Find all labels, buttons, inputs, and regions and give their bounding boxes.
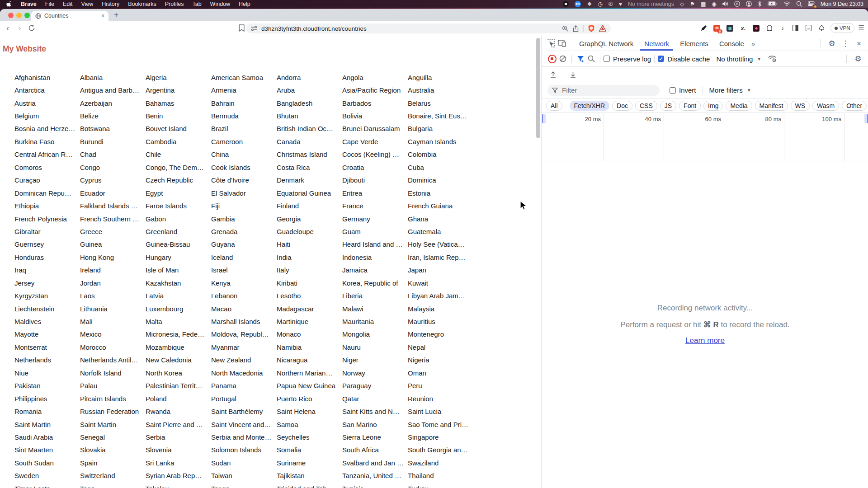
filter-chip-font[interactable]: Font [679,101,701,111]
x-extension-icon[interactable]: x. [739,23,748,33]
user-circle-icon[interactable] [746,1,752,7]
filter-chip-fetchxhr[interactable]: Fetch/XHR [570,101,609,111]
filter-chip-doc[interactable]: Doc [612,101,632,111]
wifi-icon[interactable] [783,1,790,7]
overview-handle-right[interactable] [864,114,868,123]
preserve-log-label[interactable]: Preserve log [613,55,651,63]
devtools-settings-gear-icon[interactable]: ⚙ [826,38,837,49]
throttling-dropdown[interactable]: No throttling ▼ [716,55,761,63]
play-circle-icon[interactable] [734,1,740,7]
zoom-app-icon[interactable]: zm [575,1,581,7]
inspect-element-icon[interactable] [546,38,557,49]
menubar-item-history[interactable]: History [102,1,119,7]
overview-handle-left[interactable] [542,114,546,123]
clear-network-log-icon[interactable] [557,53,568,64]
menubar-app-icon[interactable]: ❖ [587,1,592,7]
menubar-item-tab[interactable]: Tab [192,1,201,7]
filter-chip-img[interactable]: Img [703,101,723,111]
vpn-button[interactable]: VPN [830,23,854,33]
record-network-log-icon[interactable] [547,53,557,64]
window-minimize-button[interactable] [16,13,22,18]
diamond-app-icon[interactable]: ◇ [680,1,684,7]
devtools-tab-graphql-network[interactable]: GraphQL Network [575,36,637,51]
window-zoom-button[interactable] [24,13,30,18]
filter-chip-all[interactable]: All [546,101,562,111]
bookmark-sidebar-icon[interactable] [239,24,245,33]
device-toolbar-icon[interactable] [557,38,567,49]
filter-chip-wasm[interactable]: Wasm [812,101,839,111]
preserve-log-checkbox[interactable] [604,56,610,62]
menubar-item-brave[interactable]: Brave [21,1,37,7]
menubar-item-edit[interactable]: Edit [63,1,73,7]
menubar-item-file[interactable]: File [45,1,54,7]
bluetooth-icon[interactable] [758,1,762,7]
invert-checkbox[interactable] [670,87,676,94]
filter-chip-other[interactable]: Other [842,101,867,111]
devtools-tab-network[interactable]: Network [640,36,673,51]
devtools-tab-console[interactable]: Console [715,36,748,51]
menubar-item-window[interactable]: Window [210,1,230,7]
url-text[interactable]: d3hzn3tyfnt3th.cloudfront.net/countries [261,25,367,32]
forward-button[interactable]: › [18,23,21,33]
site-settings-tune-icon[interactable] [251,25,257,32]
battery-icon[interactable] [768,1,778,7]
meeting-status-text[interactable]: No more meetings [628,1,674,7]
devtools-close-icon[interactable]: × [854,38,864,49]
export-har-icon[interactable] [567,69,578,80]
devtools-kebab-menu-icon[interactable]: ⋮ [840,38,851,49]
disable-cache-checkbox[interactable]: ✓ [658,56,664,62]
session-extension-icon[interactable] [804,23,813,33]
filter-chip-css[interactable]: CSS [635,101,657,111]
phone-app-icon[interactable]: ✆ [609,1,613,7]
reload-button[interactable] [28,24,35,33]
menubar-clock[interactable]: Mon 9 Dec 23:03 [821,1,863,7]
brave-shield-icon[interactable] [588,25,594,32]
menubar-item-profiles[interactable]: Profiles [165,1,184,7]
window-close-button[interactable] [8,13,14,18]
back-button[interactable]: ‹ [6,23,9,33]
flag-app-icon[interactable]: ⚑ [690,1,695,7]
filter-chip-media[interactable]: Media [726,101,752,111]
url-bar[interactable]: d3hzn3tyfnt3th.cloudfront.net/countries [246,23,611,33]
devtools-tab-elements[interactable]: Elements [676,36,712,51]
clock-lock-icon[interactable]: ◷ [598,1,602,7]
disable-cache-label[interactable]: Disable cache [667,55,710,63]
more-tabs-icon[interactable]: » [751,40,755,47]
share-icon[interactable] [573,25,579,32]
tab-countries[interactable]: Countries × [31,11,108,21]
more-filters-dropdown[interactable]: More filters ▼ [709,86,751,94]
filter-input[interactable] [561,86,646,94]
page-scrollbar[interactable] [536,38,540,138]
music-extension-icon[interactable]: ♪ [778,23,787,33]
learn-more-link[interactable]: Learn more [685,336,725,345]
mail-extension-icon[interactable]: M 6 [712,23,722,33]
heart-icon[interactable]: ♥ [619,1,622,7]
display-grid-icon[interactable]: ▦ [701,1,706,7]
menubar-item-help[interactable]: Help [239,1,250,7]
spotlight-search-icon[interactable] [796,1,802,7]
record-circle-icon[interactable]: ◉ [712,1,716,7]
eyedropper-extension-icon[interactable] [699,23,708,33]
invert-label[interactable]: Invert [679,86,696,94]
search-network-icon[interactable] [586,53,597,64]
dark-extension-icon[interactable]: ◆ [752,23,761,33]
network-conditions-icon[interactable] [767,53,778,64]
new-tab-button[interactable]: + [114,10,118,19]
menubar-item-view[interactable]: View [81,1,93,7]
browser-menu-button[interactable]: ☰ [859,24,864,32]
reader-extension-icon[interactable] [791,23,800,33]
zoom-page-icon[interactable] [562,25,568,32]
filter-input-pill[interactable] [547,85,660,96]
spade-extension-icon[interactable] [817,23,826,33]
brave-rewards-icon[interactable] [599,25,606,32]
tab-close-icon[interactable]: × [101,13,104,19]
filter-chip-js[interactable]: JS [660,101,676,111]
filter-chip-ws[interactable]: WS [791,101,810,111]
grid-extension-icon[interactable]: ▦ [726,23,735,33]
menubar-item-bookmarks[interactable]: Bookmarks [128,1,156,7]
ghost-extension-icon[interactable] [765,23,774,33]
network-settings-gear-icon[interactable]: ⚙ [853,53,863,64]
volume-icon[interactable] [722,1,728,7]
filter-chip-manifest[interactable]: Manifest [755,101,788,111]
control-center-icon[interactable] [808,1,815,7]
